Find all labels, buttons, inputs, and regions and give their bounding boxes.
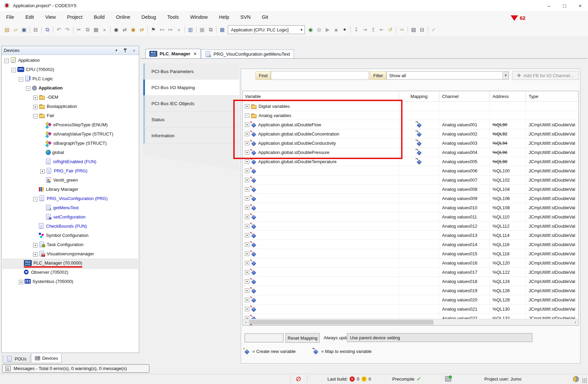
- variable-row[interactable]: +↖Analog values011%QL110JCmpUtilItf.stDo…: [243, 212, 578, 222]
- tree-item-cpu-705002[interactable]: -CPU (705002): [2, 66, 138, 75]
- variable-row[interactable]: +↖Analog values019%QL126JCmpUtilItf.stDo…: [243, 286, 578, 295]
- tree-item-getmenutext[interactable]: getMenuText: [2, 204, 138, 213]
- undo-icon[interactable]: ↶: [55, 26, 63, 34]
- menu-item-window[interactable]: Window: [190, 14, 208, 20]
- tree-item-isrightenabled-fun[interactable]: isRightEnabled (FUN): [2, 158, 138, 167]
- copy-project-icon[interactable]: ⧉: [43, 26, 52, 34]
- expand-icon[interactable]: +: [245, 159, 249, 164]
- clear-bookmarks-icon[interactable]: ×: [175, 26, 183, 34]
- active-application-combobox[interactable]: Application [CPU: PLC Logic]▼: [228, 25, 305, 34]
- side-tab-status[interactable]: Status: [143, 112, 239, 128]
- menu-item-view[interactable]: View: [45, 14, 56, 20]
- step-into-icon[interactable]: ↧: [352, 26, 361, 34]
- tree-item-prg-visuconfiguration-prg[interactable]: -PRG_VisuConfiguration (PRG): [2, 195, 138, 204]
- previous-bookmark-icon[interactable]: ↤: [158, 26, 166, 34]
- new-window-icon[interactable]: ⧉: [206, 26, 215, 34]
- expand-icon[interactable]: +: [245, 233, 249, 238]
- find-input[interactable]: [271, 71, 369, 80]
- expand-icon[interactable]: +: [245, 123, 249, 127]
- menu-item-project[interactable]: Project: [67, 14, 83, 20]
- side-tab-pci-bus-iec-objects[interactable]: PCI-Bus IEC Objects: [143, 96, 239, 112]
- properties-icon[interactable]: ▥: [186, 26, 195, 34]
- expand-icon[interactable]: +: [245, 242, 249, 247]
- new-file-icon[interactable]: ▤: [3, 26, 11, 34]
- expand-icon[interactable]: +: [33, 96, 38, 100]
- menu-item-edit[interactable]: Edit: [25, 14, 34, 20]
- tree-item-systembus-705000[interactable]: +Systembus (705000): [2, 278, 138, 287]
- bottom-tab-devices[interactable]: Devices: [31, 354, 62, 363]
- menu-item-online[interactable]: Online: [116, 14, 130, 20]
- menu-item-git[interactable]: Git: [262, 14, 268, 20]
- column-header-type[interactable]: Type: [526, 91, 578, 101]
- variable-row[interactable]: +↖Analog values014%QL116JCmpUtilItf.stDo…: [243, 240, 578, 249]
- calendar-icon[interactable]: ▦: [218, 26, 226, 34]
- group-row-digital-variables[interactable]: +Digital variables: [243, 102, 578, 111]
- variable-row[interactable]: +↖Analog values017%QL122JCmpUtilItf.stDo…: [243, 268, 578, 277]
- panel-dropdown-icon[interactable]: ▾: [114, 48, 119, 53]
- collapse-icon[interactable]: -: [33, 114, 38, 118]
- replace-in-project-icon[interactable]: ⇄: [137, 26, 146, 34]
- expand-icon[interactable]: +: [245, 169, 249, 173]
- expand-icon[interactable]: +: [33, 252, 38, 257]
- chevron-down-icon[interactable]: ▼: [297, 28, 303, 32]
- tree-item-application[interactable]: -Application: [2, 84, 138, 93]
- tree-item-application[interactable]: -Application: [2, 56, 138, 66]
- column-header-mapping[interactable]: Mapping: [399, 91, 439, 101]
- tree-item-observer-705002[interactable]: Observer (705002): [2, 268, 138, 278]
- column-header-variable[interactable]: Variable: [243, 91, 399, 101]
- simulation-icon[interactable]: ▨: [409, 26, 418, 34]
- delete-icon[interactable]: ×: [100, 26, 109, 34]
- logout-icon[interactable]: ◎: [315, 26, 323, 34]
- start-icon[interactable]: ▶: [323, 26, 332, 34]
- side-tab-pci-bus-i-o-mapping[interactable]: PCI-Bus I/O Mapping: [143, 80, 239, 96]
- expand-icon[interactable]: +: [245, 150, 249, 155]
- expand-icon[interactable]: +: [245, 279, 249, 284]
- expand-icon[interactable]: +: [245, 178, 249, 182]
- next-bookmark-icon[interactable]: ↦: [166, 26, 175, 34]
- pin-icon[interactable]: [122, 48, 128, 53]
- minimize-button[interactable]: –: [541, 0, 557, 11]
- tree-item-visualisierungsmanager[interactable]: +Visualisierungsmanager: [2, 250, 138, 259]
- step-out-icon[interactable]: ↥: [369, 26, 378, 34]
- variable-row[interactable]: +↖Analog values020%QL128JCmpUtilItf.stDo…: [243, 295, 578, 304]
- tree-item-stbargraphtype-struct[interactable]: stBargraphType (STRUCT): [2, 139, 138, 148]
- device-repository-icon[interactable]: ⊟: [418, 26, 426, 34]
- online-config-icon[interactable]: ✦: [340, 26, 349, 34]
- bottom-tab-pous[interactable]: POUs: [3, 355, 30, 363]
- variable-row[interactable]: +↖Application.global.stDoubleTemperature…: [243, 157, 578, 166]
- collapse-icon[interactable]: -: [19, 77, 23, 82]
- replace-icon[interactable]: ⇄: [120, 26, 129, 34]
- variable-row[interactable]: +↖Analog values018%QL124JCmpUtilItf.stDo…: [243, 277, 578, 286]
- find-icon[interactable]: ◉: [112, 26, 120, 34]
- variable-row[interactable]: +↖Analog values007%QL102JCmpUtilItf.stDo…: [243, 175, 578, 185]
- close-button[interactable]: ×: [572, 0, 588, 11]
- tree-item-prg-fair-prg[interactable]: +PRG_Fair (PRG): [2, 167, 138, 176]
- tree-item-stanalogvaluetype-struct[interactable]: stAnalogValueType (STRUCT): [2, 130, 138, 139]
- tree-item-ventil-green[interactable]: Ventil_green: [2, 176, 138, 185]
- cut-icon[interactable]: ✂: [75, 26, 83, 34]
- stop-icon[interactable]: ■: [332, 26, 340, 34]
- tab-close-icon[interactable]: ✕: [193, 52, 197, 56]
- flow-control-icon[interactable]: ⇨: [398, 26, 406, 34]
- variable-row[interactable]: +↖Analog values008%QL104JCmpUtilItf.stDo…: [243, 185, 578, 194]
- expand-icon[interactable]: +: [245, 261, 249, 265]
- variable-row[interactable]: +↖Application.global.stDoubleFlow↷Analog…: [243, 120, 578, 129]
- expand-icon[interactable]: +: [245, 307, 249, 311]
- tree-item-setconfiguration[interactable]: setConfiguration: [2, 213, 138, 222]
- variable-row[interactable]: +↖Application.global.stDoubleConductivit…: [243, 139, 578, 148]
- scrollbar-thumb[interactable]: [249, 320, 433, 325]
- tree-item-library-manager[interactable]: Library Manager: [2, 185, 138, 195]
- expand-icon[interactable]: +: [245, 205, 249, 210]
- variable-row[interactable]: +↖Analog values012%QL112JCmpUtilItf.stDo…: [243, 222, 578, 231]
- menu-item-help[interactable]: Help: [219, 14, 229, 20]
- tree-item-eprocesssteptype-enum[interactable]: eProcessStepType (ENUM): [2, 121, 138, 130]
- tree-item-global[interactable]: global: [2, 148, 138, 158]
- grid-horizontal-scrollbar[interactable]: ‹ ›: [243, 319, 578, 325]
- collapse-icon[interactable]: -: [33, 197, 38, 201]
- expand-icon[interactable]: +: [245, 196, 249, 201]
- maximize-button[interactable]: □: [557, 0, 572, 11]
- run-to-cursor-icon[interactable]: ⇤: [378, 26, 386, 34]
- open-file-icon[interactable]: ▱: [11, 26, 20, 34]
- tree-item-plc-manager-70-0000[interactable]: PLC_Manager (70.0000): [2, 259, 138, 268]
- update-mode-combobox[interactable]: Use parent device setting: [347, 333, 532, 342]
